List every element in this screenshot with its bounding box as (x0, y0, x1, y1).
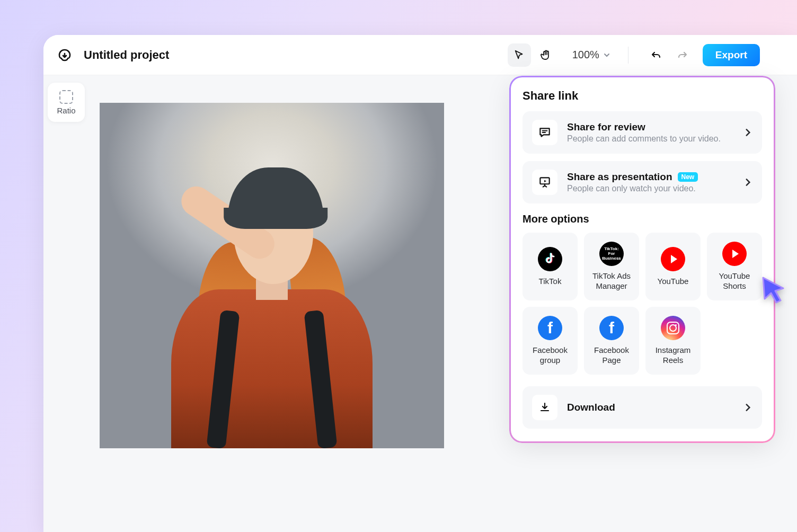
undo-redo-group (645, 45, 693, 66)
comment-icon (532, 120, 557, 145)
download-button[interactable]: Download (523, 386, 762, 429)
option-label: Facebook group (527, 345, 573, 366)
more-options-title: More options (523, 213, 762, 225)
app-logo-icon[interactable] (55, 46, 74, 65)
presentation-icon (532, 170, 557, 195)
share-option-tiktok[interactable]: TikTok (523, 233, 578, 300)
divider (628, 47, 628, 64)
project-title[interactable]: Untitled project (84, 48, 169, 62)
youtube-icon (661, 247, 685, 271)
facebook-icon: f (538, 316, 562, 340)
share-option-tiktok-ads[interactable]: TikTok:For Business TikTok Ads Manager (584, 233, 639, 300)
chevron-right-icon (743, 403, 752, 412)
share-for-review-button[interactable]: Share for review People can add comments… (523, 111, 762, 154)
share-presentation-title: Share as presentation (567, 171, 672, 183)
chevron-right-icon (743, 128, 752, 137)
cursor-icon (513, 49, 525, 61)
option-label: YouTube Shorts (711, 271, 758, 291)
option-label: TikTok Ads Manager (588, 271, 635, 291)
facebook-icon: f (599, 316, 624, 340)
photo-placeholder (150, 173, 394, 448)
share-panel-title: Share link (523, 89, 762, 103)
redo-button[interactable] (672, 45, 693, 66)
share-option-facebook-group[interactable]: f Facebook group (523, 307, 578, 375)
share-option-facebook-page[interactable]: f Facebook Page (584, 307, 639, 375)
chevron-right-icon (743, 178, 752, 187)
share-review-title: Share for review (567, 121, 645, 133)
ratio-label: Ratio (57, 106, 75, 115)
tool-group (508, 43, 557, 67)
zoom-value: 100% (572, 49, 599, 61)
ratio-tool-button[interactable]: Ratio (48, 83, 85, 122)
option-label: Instagram Reels (650, 345, 696, 366)
hand-tool-button[interactable] (534, 43, 557, 67)
undo-button[interactable] (645, 45, 667, 66)
hand-icon (539, 49, 552, 61)
youtube-shorts-icon (722, 242, 747, 266)
share-as-presentation-button[interactable]: Share as presentation New People can onl… (523, 161, 762, 203)
ratio-icon (59, 90, 73, 104)
option-label: Facebook Page (588, 345, 635, 366)
select-tool-button[interactable] (508, 43, 531, 67)
download-label: Download (567, 402, 615, 413)
download-icon (532, 395, 557, 420)
export-button[interactable]: Export (703, 44, 760, 66)
share-panel: Share link Share for review People can a… (511, 77, 774, 441)
topbar: Untitled project 100% (43, 35, 797, 75)
option-label: YouTube (658, 277, 689, 287)
zoom-dropdown[interactable]: 100% (572, 49, 611, 61)
tutorial-cursor-icon (760, 276, 789, 306)
app-window: Untitled project 100% (43, 35, 797, 532)
chevron-down-icon (603, 51, 611, 59)
option-label: TikTok (539, 277, 562, 287)
canvas-media[interactable] (100, 103, 444, 448)
share-option-youtube-shorts[interactable]: YouTube Shorts (707, 233, 762, 300)
tiktok-business-icon: TikTok:For Business (599, 242, 624, 266)
share-option-instagram-reels[interactable]: Instagram Reels (645, 307, 701, 375)
new-badge: New (678, 172, 698, 182)
instagram-icon (661, 316, 685, 340)
undo-icon (650, 49, 662, 61)
share-option-youtube[interactable]: YouTube (645, 233, 701, 300)
share-presentation-subtitle: People can only watch your video. (567, 184, 733, 193)
redo-icon (676, 49, 689, 61)
tiktok-icon (538, 247, 562, 271)
share-options-grid: TikTok TikTok:For Business TikTok Ads Ma… (523, 233, 762, 375)
share-review-subtitle: People can add comments to your video. (567, 134, 733, 144)
